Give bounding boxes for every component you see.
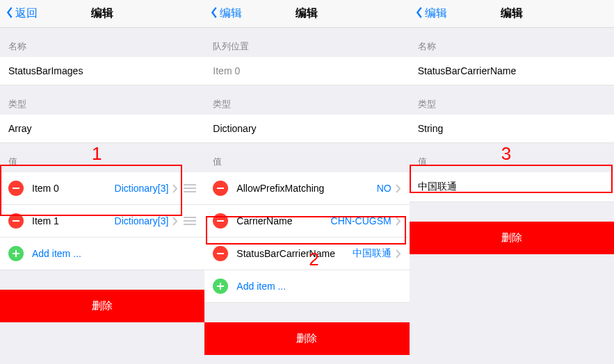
add-icon[interactable] xyxy=(213,279,228,294)
type-cell[interactable]: Dictionary xyxy=(204,115,409,143)
section-header-type: 类型 xyxy=(204,85,409,115)
section-header-name: 名称 xyxy=(0,28,204,57)
chevron-right-icon xyxy=(396,184,401,193)
section-header-value: 值 xyxy=(204,143,409,172)
delete-button[interactable]: 删除 xyxy=(410,222,614,254)
back-label: 返回 xyxy=(15,6,38,21)
item-label: Item 1 xyxy=(32,215,115,226)
section-header-type: 类型 xyxy=(0,85,204,115)
section-header-value: 值 xyxy=(410,143,614,172)
section-header-value: 值 xyxy=(0,143,204,172)
list-item[interactable]: CarrierName CHN-CUGSM xyxy=(204,205,409,238)
name-cell[interactable]: StatusBarImages xyxy=(0,57,204,85)
navbar: 编辑 编辑 xyxy=(410,0,614,28)
list-item[interactable]: StatusBarCarrierName 中国联通 xyxy=(204,238,409,270)
page-title: 编辑 xyxy=(91,6,113,21)
item-label: StatusBarCarrierName xyxy=(236,248,352,259)
position-cell[interactable]: Item 0 xyxy=(204,57,409,85)
delete-button[interactable]: 删除 xyxy=(204,322,409,355)
delete-row-icon[interactable] xyxy=(8,181,24,196)
chevron-right-icon xyxy=(396,217,401,226)
column-1: 返回 编辑 名称 StatusBarImages 类型 Array 值 Item… xyxy=(0,0,204,364)
value-input[interactable]: 中国联通 xyxy=(418,181,606,193)
list-item[interactable]: Item 0 Dictionary[3] xyxy=(0,172,204,205)
chevron-right-icon xyxy=(172,217,178,226)
item-value: 中国联通 xyxy=(353,247,391,260)
type-cell[interactable]: String xyxy=(410,115,614,143)
name-value: StatusBarCarrierName xyxy=(418,65,606,76)
delete-row-icon[interactable] xyxy=(213,246,228,261)
delete-label: 删除 xyxy=(501,231,522,243)
item-value: Dictionary[3] xyxy=(115,183,169,194)
section-header-position: 队列位置 xyxy=(204,28,409,57)
delete-row-icon[interactable] xyxy=(8,213,24,229)
drag-handle-icon[interactable] xyxy=(184,184,196,192)
delete-label: 删除 xyxy=(296,332,317,344)
chevron-left-icon xyxy=(210,6,220,22)
section-header-name: 名称 xyxy=(410,28,614,57)
chevron-left-icon xyxy=(6,6,15,22)
delete-label: 删除 xyxy=(92,299,113,311)
delete-row-icon[interactable] xyxy=(213,213,228,229)
item-value: Dictionary[3] xyxy=(115,215,169,226)
navbar: 编辑 编辑 xyxy=(204,0,409,28)
item-value: NO xyxy=(377,183,391,194)
page-title: 编辑 xyxy=(296,6,318,21)
item-label: Item 0 xyxy=(32,183,115,194)
drag-handle-icon[interactable] xyxy=(184,217,196,225)
back-button[interactable]: 返回 xyxy=(6,6,38,22)
type-cell[interactable]: Array xyxy=(0,115,204,143)
type-value: Dictionary xyxy=(213,123,401,134)
page-title: 编辑 xyxy=(501,6,523,21)
delete-row-icon[interactable] xyxy=(213,181,228,196)
type-value: Array xyxy=(8,123,196,134)
back-button[interactable]: 编辑 xyxy=(415,6,447,22)
navbar: 返回 编辑 xyxy=(0,0,204,28)
add-item-label: Add item ... xyxy=(236,281,286,292)
list-item[interactable]: Item 1 Dictionary[3] xyxy=(0,205,204,238)
back-button[interactable]: 编辑 xyxy=(210,6,242,22)
name-value: StatusBarImages xyxy=(8,65,196,76)
column-2: 编辑 编辑 队列位置 Item 0 类型 Dictionary 值 AllowP… xyxy=(204,0,409,364)
item-label: CarrierName xyxy=(236,215,330,226)
column-3: 编辑 编辑 名称 StatusBarCarrierName 类型 String … xyxy=(410,0,614,364)
delete-button[interactable]: 删除 xyxy=(0,290,204,322)
position-value: Item 0 xyxy=(213,65,401,76)
add-item-label: Add item ... xyxy=(32,248,81,259)
add-item-cell[interactable]: Add item ... xyxy=(0,238,204,270)
list-item[interactable]: AllowPrefixMatching NO xyxy=(204,172,409,205)
type-value: String xyxy=(418,123,606,134)
back-label: 编辑 xyxy=(220,6,242,21)
item-value: CHN-CUGSM xyxy=(331,215,391,226)
name-cell[interactable]: StatusBarCarrierName xyxy=(410,57,614,85)
value-input-cell[interactable]: 中国联通 xyxy=(410,172,614,202)
back-label: 编辑 xyxy=(425,6,447,21)
item-label: AllowPrefixMatching xyxy=(236,183,376,194)
chevron-left-icon xyxy=(415,6,425,22)
add-item-cell[interactable]: Add item ... xyxy=(204,270,409,303)
chevron-right-icon xyxy=(396,249,401,258)
section-header-type: 类型 xyxy=(410,85,614,115)
add-icon[interactable] xyxy=(8,246,24,261)
chevron-right-icon xyxy=(172,184,178,193)
